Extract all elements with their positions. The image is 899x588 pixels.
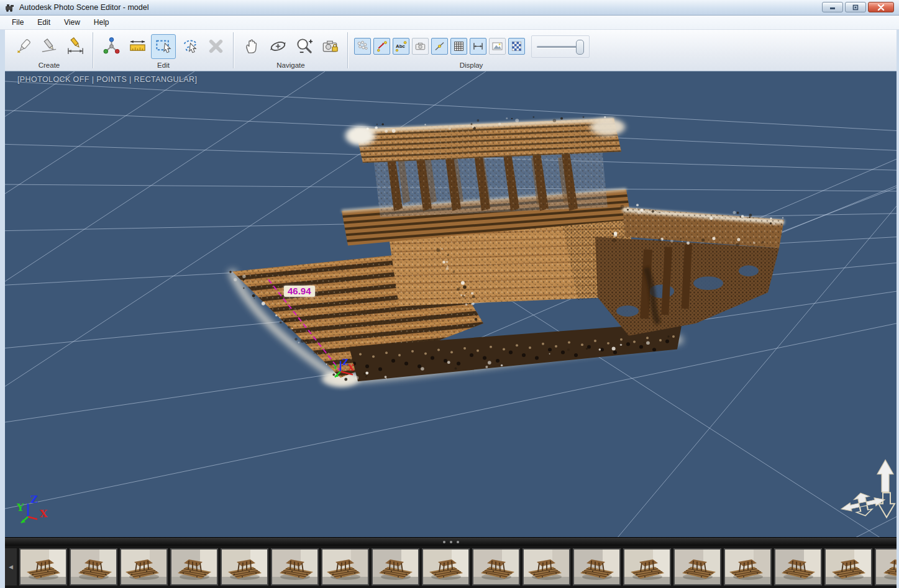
viewport-canvas[interactable]: Z X Y Z Y X [5,71,897,537]
photo-thumbnail[interactable] [372,548,419,586]
photo-thumbnail[interactable] [472,548,520,586]
show-points-button[interactable] [354,38,371,55]
measurement-value-label: 46.94 [284,286,315,297]
zoom-icon [294,37,314,56]
menu-bar: FileEditViewHelp [0,16,899,30]
photo-thumbnail[interactable] [824,548,872,586]
axis-tripod-button[interactable] [99,34,124,59]
svg-text:Abc: Abc [396,43,405,49]
nav-down-arrow[interactable] [878,492,895,517]
minimize-button[interactable] [822,2,843,12]
toolbar-separator [233,32,234,68]
menu-view[interactable]: View [57,16,87,29]
toolbar-separator [93,32,94,68]
select-lasso-icon [180,37,199,56]
photo-thumbnail-image [171,550,217,584]
photo-thumbnail[interactable] [170,548,218,586]
photo-filmstrip: ◀ [5,546,897,588]
photo-thumbnail[interactable] [271,548,319,586]
photo-thumbnail-image [373,550,418,584]
show-labels-button[interactable]: Abc [393,38,409,55]
pan-button[interactable] [239,34,264,59]
photo-thumbnail[interactable] [321,548,369,586]
world-axis-x-label: X [40,508,48,520]
window-title: Autodesk Photo Scene Editor - model [19,3,148,12]
photo-thumbnail-image [272,550,317,584]
create-line-button[interactable] [37,34,62,59]
menu-edit[interactable]: Edit [30,16,57,29]
show-points-icon [356,40,369,53]
app-icon [5,2,15,12]
select-rectangular-button[interactable] [151,34,176,59]
create-measure-line-button[interactable] [63,34,88,59]
photo-thumbnail-image [121,550,167,584]
create-point-button[interactable] [11,34,35,59]
toolbar-group-label: Navigate [239,61,343,70]
photo-thumbnail-image [826,550,871,584]
menu-file[interactable]: File [5,16,30,29]
zoom-button[interactable] [291,34,316,59]
minimize-icon [829,4,836,10]
filmstrip-splitter[interactable] [5,537,897,546]
photo-thumbnail[interactable] [70,548,117,586]
photo-thumbnail[interactable] [623,548,671,586]
photo-thumbnail[interactable] [422,548,470,586]
show-image-button[interactable] [489,38,506,55]
restore-icon [852,4,859,11]
photo-view-lock-button[interactable] [317,34,342,59]
nav-left-arrow[interactable] [840,501,860,513]
photo-thumbnail-image [473,550,519,584]
show-texture-button[interactable] [508,38,525,55]
splitter-grip-dot [443,541,445,543]
show-dimensions-icon [472,40,485,53]
show-lines-icon [433,40,446,53]
photo-thumbnail[interactable] [875,548,897,586]
world-axis-y-label: Y [16,502,24,513]
photo-thumbnail-image [574,550,619,584]
photo-thumbnail-image [322,550,368,584]
create-measure-line-icon [66,37,85,56]
toolbar-group-edit: Edit [96,30,231,71]
photo-thumbnail-image [524,550,569,584]
photo-thumbnail[interactable] [221,548,268,586]
create-point-icon [14,37,33,56]
select-lasso-button[interactable] [177,34,202,59]
show-cameras-button[interactable] [373,38,390,55]
viewport-status-text: [PHOTOLOCK OFF | POINTS | RECTANGULAR] [17,75,197,84]
measure-distance-button[interactable] [125,34,150,59]
nav-up-arrow[interactable] [877,460,893,492]
restore-button[interactable] [845,2,866,12]
world-axis-z-label: Z [30,494,38,505]
show-dimensions-button[interactable] [470,38,486,55]
toolbar-button-row [239,32,343,61]
show-photos-button[interactable] [412,38,429,55]
photo-thumbnail[interactable] [19,548,67,586]
photo-thumbnail-image [624,550,670,584]
show-lines-button[interactable] [431,38,448,55]
photo-thumbnail[interactable] [573,548,621,586]
filmstrip-scroll-left-button[interactable]: ◀ [5,548,17,586]
photo-thumbnail-image [775,550,821,584]
photo-thumbnail[interactable] [523,548,570,586]
pan-navigation-widget[interactable] [839,460,895,520]
photo-thumbnail-image [71,550,116,584]
splitter-grip-dot [450,541,452,543]
toolbar-separator [347,32,349,68]
toolbar-group-create: Create [7,30,91,71]
point-size-slider[interactable] [531,35,590,58]
close-button[interactable] [868,2,894,12]
photo-thumbnail[interactable] [724,548,772,586]
show-photos-icon [414,40,427,53]
slider-thumb[interactable] [576,40,584,55]
toolbar-button-row [10,32,88,61]
toolbar-group-label: Edit [98,61,229,70]
measure-distance-icon [128,37,147,56]
photo-thumbnail[interactable] [774,548,822,586]
show-grid-button[interactable] [450,38,467,55]
axis-tripod-icon [102,37,121,56]
photo-thumbnail[interactable] [120,548,168,586]
orbit-button[interactable] [265,34,290,59]
photo-thumbnail[interactable] [673,548,721,586]
menu-help[interactable]: Help [87,16,116,29]
model-axis-y-label: Y [332,363,338,370]
